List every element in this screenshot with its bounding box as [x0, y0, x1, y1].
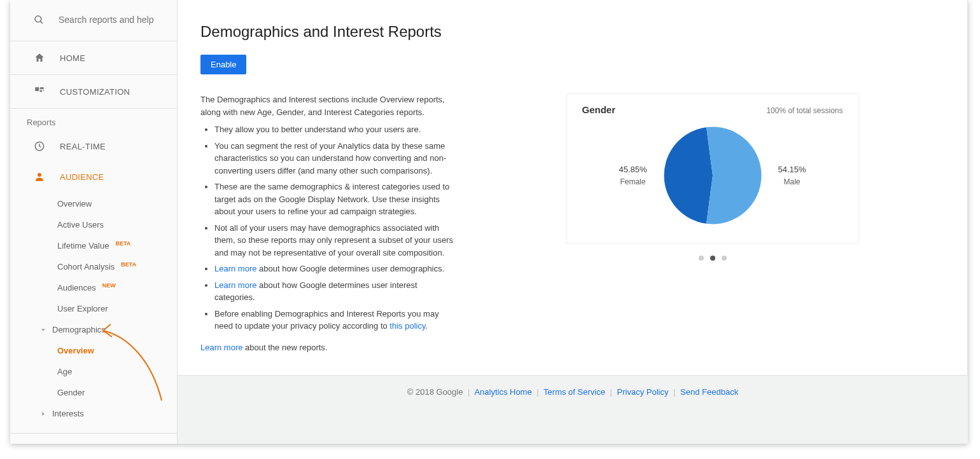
sub-interests[interactable]: Interests — [10, 403, 177, 424]
nav-home-label: HOME — [60, 53, 85, 63]
sub-active-users[interactable]: Active Users — [10, 214, 177, 235]
intro-text: The Demographics and Interest sections i… — [200, 93, 455, 118]
home-icon — [33, 51, 46, 64]
beta-badge: BETA — [121, 261, 136, 268]
nav-discover[interactable]: DISCOVER — [10, 433, 177, 444]
carousel-dot[interactable] — [722, 256, 727, 261]
page-title: Demographics and Interest Reports — [200, 23, 944, 41]
sub-demo-age[interactable]: Age — [10, 361, 177, 382]
search-input[interactable] — [57, 14, 171, 25]
sub-audiences[interactable]: AudiencesNEW — [10, 277, 177, 298]
nav-realtime-label: REAL-TIME — [60, 142, 106, 151]
learn-more-link[interactable]: Learn more — [214, 264, 256, 273]
carousel-dots — [699, 256, 727, 261]
carousel-dot[interactable] — [699, 256, 704, 261]
person-icon — [33, 170, 46, 183]
sub-lifetime-value[interactable]: Lifetime ValueBETA — [10, 235, 177, 256]
sub-cohort[interactable]: Cohort AnalysisBETA — [10, 256, 177, 277]
copyright: © 2018 Google — [407, 387, 463, 397]
gender-chart-panel: Gender 100% of total sessions 45.85% Fem… — [566, 93, 859, 244]
content-card: Demographics and Interest Reports Enable… — [178, 0, 968, 376]
chart-subtitle: 100% of total sessions — [766, 106, 843, 115]
search-row — [10, 0, 177, 41]
bullet: Learn more about how Google determines u… — [214, 263, 455, 275]
svg-rect-5 — [43, 90, 44, 92]
sub-demo-overview[interactable]: Overview — [10, 340, 177, 361]
svg-rect-4 — [40, 90, 42, 92]
svg-rect-2 — [35, 87, 39, 91]
bullet: They allow you to better understand who … — [214, 123, 455, 136]
learn-more-link[interactable]: Learn more — [200, 343, 242, 352]
beta-badge: BETA — [115, 240, 130, 247]
chevron-right-icon — [41, 411, 46, 416]
footer: © 2018 Google | Analytics Home | Terms o… — [178, 376, 968, 408]
bullet: Learn more about the new reports. — [200, 336, 455, 354]
pie-label-male: 54.15% Male — [778, 164, 806, 188]
nav-audience-label: AUDIENCE — [60, 172, 104, 182]
reports-section-label: Reports — [10, 109, 177, 131]
audience-sublist: Overview Active Users Lifetime ValueBETA… — [10, 192, 177, 433]
sub-demo-gender[interactable]: Gender — [10, 382, 177, 403]
chart-title: Gender — [582, 104, 616, 115]
search-icon — [33, 14, 45, 25]
dashboard-icon — [33, 85, 46, 98]
nav-realtime[interactable]: REAL-TIME — [10, 131, 177, 161]
clock-icon — [33, 140, 46, 153]
main: Demographics and Interest Reports Enable… — [178, 0, 968, 444]
bullet: Before enabling Demographics and Interes… — [214, 308, 455, 332]
chart-column: Gender 100% of total sessions 45.85% Fem… — [480, 93, 944, 357]
sub-overview[interactable]: Overview — [10, 193, 177, 214]
description-column: The Demographics and Interest sections i… — [200, 93, 455, 357]
sub-demographics[interactable]: Demographics — [10, 319, 177, 340]
carousel-dot[interactable] — [710, 256, 715, 261]
nav-customization[interactable]: CUSTOMIZATION — [10, 75, 177, 109]
sidebar: HOME CUSTOMIZATION Reports REAL-TIME AUD… — [10, 0, 178, 444]
svg-point-7 — [38, 173, 41, 177]
enable-button[interactable]: Enable — [200, 55, 246, 74]
policy-link[interactable]: this policy — [389, 321, 425, 331]
nav-customization-label: CUSTOMIZATION — [60, 87, 130, 97]
svg-rect-3 — [40, 87, 44, 89]
bullet: These are the same demographics & intere… — [214, 181, 455, 218]
bullet: Not all of your users may have demograph… — [214, 222, 455, 259]
new-badge: NEW — [102, 282, 116, 289]
bullet: You can segment the rest of your Analyti… — [214, 140, 455, 177]
sub-user-explorer[interactable]: User Explorer — [10, 298, 177, 319]
bullet: Learn more about how Google determines u… — [214, 279, 455, 304]
learn-more-link[interactable]: Learn more — [214, 280, 256, 290]
nav-home[interactable]: HOME — [10, 41, 177, 75]
chevron-down-icon — [41, 327, 46, 332]
nav-audience[interactable]: AUDIENCE — [10, 161, 177, 192]
pie-label-female: 45.85% Female — [619, 164, 647, 188]
pie-chart — [659, 121, 767, 230]
footer-link-privacy[interactable]: Privacy Policy — [617, 387, 669, 397]
bullet-list: They allow you to better understand who … — [200, 123, 455, 353]
svg-line-1 — [40, 21, 43, 24]
footer-link-tos[interactable]: Terms of Service — [543, 387, 605, 397]
footer-link-home[interactable]: Analytics Home — [474, 387, 531, 397]
footer-link-feedback[interactable]: Send Feedback — [680, 387, 738, 397]
svg-point-0 — [35, 16, 41, 22]
